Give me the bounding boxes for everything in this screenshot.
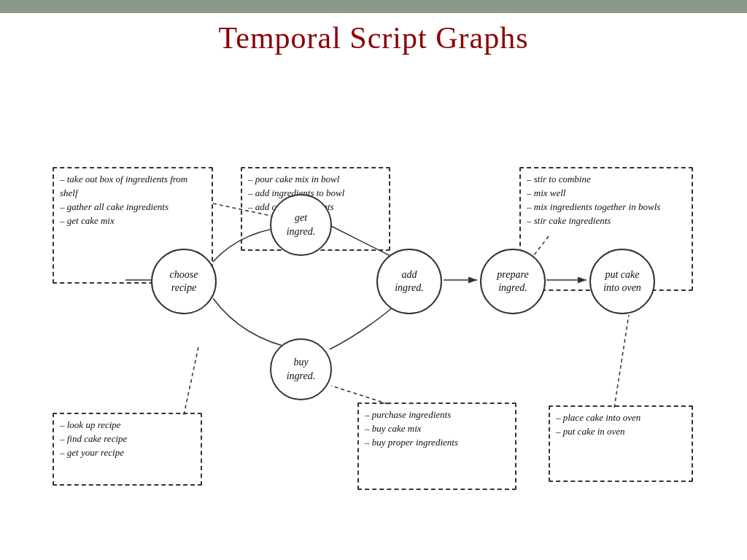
page-title: Temporal Script Graphs	[219, 20, 529, 55]
box-top-right-item-3: mix ingredients together in bowls	[527, 201, 686, 214]
box-top-left-item-3: get cake mix	[60, 214, 206, 228]
node-add: addingred.	[376, 249, 442, 314]
box-bot-mid-item-3: buy proper ingredients	[365, 436, 509, 450]
node-put-oven: put cakeinto oven	[589, 249, 655, 314]
box-bot-left: look up recipe find cake recipe get your…	[53, 413, 202, 486]
svg-line-8	[614, 315, 629, 408]
box-top-left-item-2: gather all cake ingredients	[60, 201, 206, 214]
node-choose: chooserecipe	[151, 249, 217, 314]
box-bot-mid-item-2: buy cake mix	[365, 422, 509, 436]
box-top-right-item-4: stir cake ingredients	[527, 214, 686, 228]
box-bot-left-item-3: get your recipe	[60, 446, 195, 460]
box-top-right-item-1: stir to combine	[527, 173, 686, 187]
node-prepare: prepareingred.	[480, 249, 546, 314]
box-bot-left-item-1: look up recipe	[60, 419, 195, 432]
top-bar	[0, 0, 747, 13]
diagram-area: take out box of ingredients from shelf g…	[38, 69, 709, 491]
box-bot-right-item-1: place cake into oven	[556, 411, 686, 425]
node-buy: buyingred.	[270, 338, 332, 400]
svg-line-6	[184, 347, 198, 415]
box-bot-mid: purchase ingredients buy cake mix buy pr…	[357, 402, 516, 490]
box-top-left-item-1: take out box of ingredients from shelf	[60, 173, 206, 201]
box-bot-right-item-2: put cake in oven	[556, 425, 686, 439]
box-bot-mid-item-1: purchase ingredients	[365, 408, 509, 422]
box-top-mid-item-1: pour cake mix in bowl	[248, 173, 383, 187]
box-bot-left-item-2: find cake recipe	[60, 432, 195, 446]
node-get: getingred.	[270, 194, 332, 256]
svg-line-7	[331, 386, 388, 404]
box-top-right-item-2: mix well	[527, 187, 686, 201]
box-bot-right: place cake into oven put cake in oven	[549, 405, 693, 482]
main-content: Temporal Script Graphs	[0, 13, 747, 560]
